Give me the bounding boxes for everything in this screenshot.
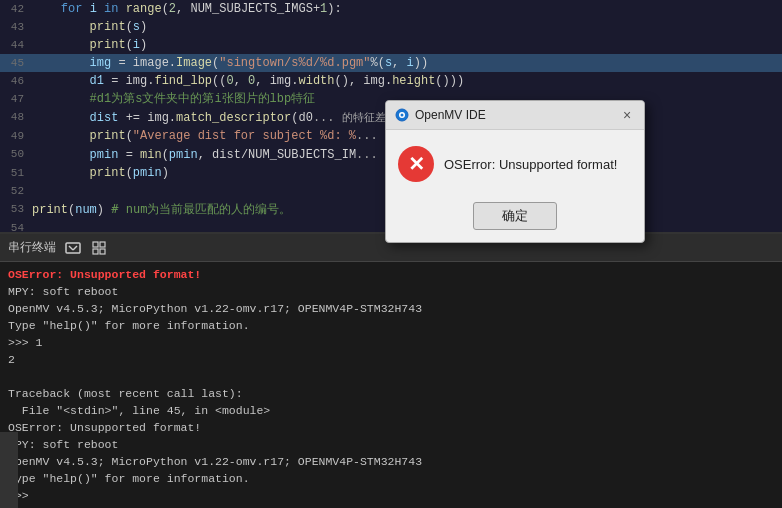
terminal-line-9: OSError: Unsupported format!: [8, 419, 774, 436]
svg-rect-0: [66, 243, 80, 253]
svg-rect-5: [93, 249, 98, 254]
svg-point-9: [401, 114, 404, 117]
terminal: 串行终端 OSError: Unsupported format! MPY: s…: [0, 232, 782, 508]
terminal-line-error: OSError: Unsupported format!: [8, 266, 774, 283]
svg-rect-6: [100, 249, 105, 254]
terminal-line-6: [8, 368, 774, 385]
terminal-content: OSError: Unsupported format! MPY: soft r…: [0, 262, 782, 508]
svg-line-1: [69, 246, 73, 250]
modal-title-text: OpenMV IDE: [415, 108, 486, 122]
terminal-line-10: MPY: soft reboot: [8, 436, 774, 453]
error-x-symbol: ✕: [408, 154, 425, 174]
modal-body: ✕ OSError: Unsupported format!: [386, 130, 644, 194]
terminal-line-13: >>>: [8, 487, 774, 504]
svg-rect-4: [100, 242, 105, 247]
modal-titlebar: OpenMV IDE ×: [386, 101, 644, 130]
modal-footer: 确定: [386, 194, 644, 242]
svg-line-2: [73, 246, 77, 250]
error-icon: ✕: [398, 146, 434, 182]
modal-dialog: OpenMV IDE × ✕ OSError: Unsupported form…: [385, 100, 645, 243]
modal-title-left: OpenMV IDE: [394, 107, 486, 123]
openmv-logo-icon: [394, 107, 410, 123]
terminal-label: 串行终端: [8, 239, 56, 256]
modal-ok-button[interactable]: 确定: [473, 202, 557, 230]
terminal-line-8: File "<stdin>", line 45, in <module>: [8, 402, 774, 419]
terminal-line-4: >>> 1: [8, 334, 774, 351]
terminal-line-7: Traceback (most recent call last):: [8, 385, 774, 402]
modal-close-button[interactable]: ×: [618, 106, 636, 124]
terminal-line-1: MPY: soft reboot: [8, 283, 774, 300]
terminal-line-3: Type "help()" for more information.: [8, 317, 774, 334]
modal-message-text: OSError: Unsupported format!: [444, 157, 632, 172]
svg-rect-3: [93, 242, 98, 247]
terminal-icon-1[interactable]: [64, 239, 82, 257]
modal-overlay: OpenMV IDE × ✕ OSError: Unsupported form…: [0, 0, 782, 232]
terminal-line-2: OpenMV v4.5.3; MicroPython v1.22-omv.r17…: [8, 300, 774, 317]
terminal-line-11: OpenMV v4.5.3; MicroPython v1.22-omv.r17…: [8, 453, 774, 470]
terminal-line-5: 2: [8, 351, 774, 368]
terminal-icon-2[interactable]: [90, 239, 108, 257]
left-sidebar-strip: [0, 432, 18, 508]
terminal-line-12: Type "help()" for more information.: [8, 470, 774, 487]
